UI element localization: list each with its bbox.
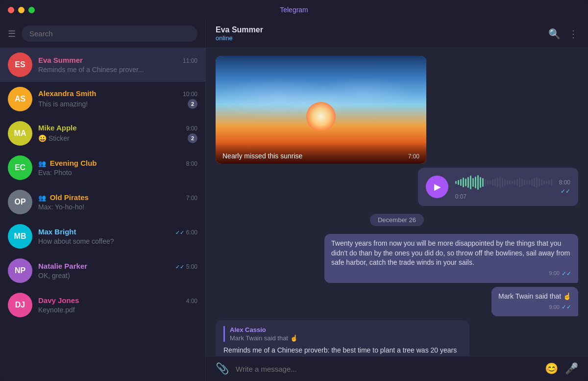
waveform-bar-24 xyxy=(514,180,515,185)
chat-item-mike-apple[interactable]: MAMike Apple9:00😀 Sticker2 xyxy=(0,116,205,151)
waveform-bar-19 xyxy=(502,178,503,187)
waveform-bar-1 xyxy=(458,180,459,185)
long-quote-text: Twenty years from now you will be more d… xyxy=(331,239,571,268)
sidebar: ☰ ESEva Summer11:00Reminds me of a Chine… xyxy=(0,20,206,381)
header-icons: 🔍 ⋮ xyxy=(548,28,578,40)
image-bubble: Nearly missed this sunrise 7:00 xyxy=(216,56,426,164)
badge-mike-apple: 2 xyxy=(188,133,197,143)
reply-bubble: Alex Cassio Mark Twain said that ☝️ Remi… xyxy=(216,320,469,356)
search-input[interactable] xyxy=(22,25,197,42)
emoji-icon[interactable]: 😊 xyxy=(545,362,558,375)
chat-name-alexandra-smith: Alexandra Smith xyxy=(38,89,96,98)
chat-item-max-bright[interactable]: MBMax Bright✓✓ 6:00How about some coffee… xyxy=(0,219,205,254)
waveform-bar-6 xyxy=(470,176,471,189)
waveform-bar-0 xyxy=(455,181,457,184)
chat-list: ESEva Summer11:00Reminds me of a Chinese… xyxy=(0,48,205,381)
avatar-alexandra-smith: AS xyxy=(8,87,32,111)
traffic-lights xyxy=(8,7,35,13)
messages-container: Nearly missed this sunrise 7:00 ▶ xyxy=(206,48,588,356)
waveform-bar-22 xyxy=(509,180,511,184)
image-content: Nearly missed this sunrise 7:00 xyxy=(216,56,426,164)
avatar-davy-jones: DJ xyxy=(8,293,32,317)
menu-icon[interactable]: ☰ xyxy=(8,28,16,39)
waveform-bar-8 xyxy=(475,177,476,188)
avatar-max-bright: MB xyxy=(8,224,32,249)
waveform-bar-33 xyxy=(536,177,538,188)
quote-block: Alex Cassio Mark Twain said that ☝️ xyxy=(223,326,462,342)
chat-preview-old-pirates: Max: Yo-ho-ho! xyxy=(38,203,197,211)
chat-item-old-pirates[interactable]: OP👥 Old Pirates7:00Max: Yo-ho-ho! xyxy=(0,185,205,219)
long-quote-time: 9:00 ✓✓ xyxy=(331,270,571,278)
attach-icon[interactable]: 📎 xyxy=(216,362,229,375)
chat-item-davy-jones[interactable]: DJDavy Jones4:00Keynote.pdf xyxy=(0,288,205,322)
waveform-bar-31 xyxy=(531,179,533,186)
check-icon: ✓✓ xyxy=(562,270,571,278)
waveform-bar-29 xyxy=(526,180,528,184)
chat-time-eva-summer: 11:00 xyxy=(183,57,197,64)
mark-twain-time: 9:00 ✓✓ xyxy=(498,303,571,311)
image-caption: Nearly missed this sunrise 7:00 xyxy=(216,142,426,164)
waveform-bar-39 xyxy=(551,179,552,186)
quote-author: Alex Cassio xyxy=(230,326,462,333)
play-icon: ▶ xyxy=(434,181,441,192)
more-icon[interactable]: ⋮ xyxy=(568,28,578,40)
waveform-bar-32 xyxy=(534,178,535,187)
image-message: Nearly missed this sunrise 7:00 xyxy=(216,56,469,164)
maximize-button[interactable] xyxy=(28,7,35,13)
chat-preview-max-bright: How about some coffee? xyxy=(38,237,197,245)
chat-time-davy-jones: 4:00 xyxy=(186,298,197,305)
app-title: Telegram xyxy=(280,6,308,14)
avatar-natalie-parker: NP xyxy=(8,258,32,283)
chat-time-natalie-parker: ✓✓ 5:00 xyxy=(175,263,197,270)
avatar-old-pirates: OP xyxy=(8,190,32,214)
reply-message: Alex Cassio Mark Twain said that ☝️ Remi… xyxy=(216,320,469,356)
close-button[interactable] xyxy=(8,7,14,13)
chat-item-eva-summer[interactable]: ESEva Summer11:00Reminds me of a Chinese… xyxy=(0,48,205,82)
group-icon: 👥 xyxy=(38,194,48,202)
chat-time-old-pirates: 7:00 xyxy=(186,195,197,202)
chat-item-evening-club[interactable]: EC👥 Evening Club8:00Eva: Photo xyxy=(0,151,205,185)
app-window: Telegram ☰ ESEva Summer11:00Reminds me o… xyxy=(0,0,588,381)
waveform-bar-5 xyxy=(467,177,469,188)
check-icon-2: ✓✓ xyxy=(562,303,571,311)
sidebar-header: ☰ xyxy=(0,20,205,48)
play-button[interactable]: ▶ xyxy=(426,176,448,198)
chat-item-alexandra-smith[interactable]: ASAlexandra Smith10:00This is amazing!2 xyxy=(0,82,205,116)
date-badge: December 26 xyxy=(370,214,424,226)
chat-name-mike-apple: Mike Apple xyxy=(38,124,77,132)
chat-time-evening-club: 8:00 xyxy=(186,160,197,167)
chat-preview-mike-apple: 😀 Sticker xyxy=(38,134,185,142)
waveform-bar-27 xyxy=(521,178,523,186)
waveform-bar-14 xyxy=(490,180,491,184)
chat-name-evening-club: 👥 Evening Club xyxy=(38,159,97,167)
badge-alexandra-smith: 2 xyxy=(188,99,197,109)
chat-name-eva-summer: Eva Summer xyxy=(38,56,83,64)
mark-twain-message: Mark Twain said that ☝️ 9:00 ✓✓ xyxy=(491,287,578,316)
waveform-bar-11 xyxy=(482,178,484,187)
waveform-bar-18 xyxy=(499,177,501,188)
chat-preview-natalie-parker: OK, great) xyxy=(38,272,197,279)
avatar-eva-summer: ES xyxy=(8,52,32,77)
chat-item-natalie-parker[interactable]: NPNatalie Parker✓✓ 5:00OK, great) xyxy=(0,254,205,288)
minimize-button[interactable] xyxy=(18,7,24,13)
waveform-bar-7 xyxy=(472,178,474,187)
waveform-bar-13 xyxy=(487,180,489,185)
waveform-bar-35 xyxy=(541,179,542,185)
avatar-mike-apple: MA xyxy=(8,121,32,146)
waveform-bars xyxy=(455,174,552,191)
message-input[interactable] xyxy=(236,365,538,373)
waveform-bar-37 xyxy=(546,181,547,184)
chat-preview-evening-club: Eva: Photo xyxy=(38,169,197,177)
search-icon[interactable]: 🔍 xyxy=(548,28,561,40)
waveform-bar-34 xyxy=(539,178,540,186)
mark-twain-text: Mark Twain said that ☝️ xyxy=(498,292,571,302)
mic-icon[interactable]: 🎤 xyxy=(565,362,578,375)
message-input-bar: 📎 😊 🎤 xyxy=(206,356,588,381)
date-divider: December 26 xyxy=(216,214,578,226)
waveform-bar-16 xyxy=(494,178,496,186)
chat-time-alexandra-smith: 10:00 xyxy=(183,91,197,98)
waveform-bar-36 xyxy=(543,180,545,184)
voice-duration: 0:07 xyxy=(455,193,552,200)
waveform-bar-12 xyxy=(485,179,486,186)
voice-bubble: ▶ 0:07 8:00 ✓✓ xyxy=(418,168,578,206)
